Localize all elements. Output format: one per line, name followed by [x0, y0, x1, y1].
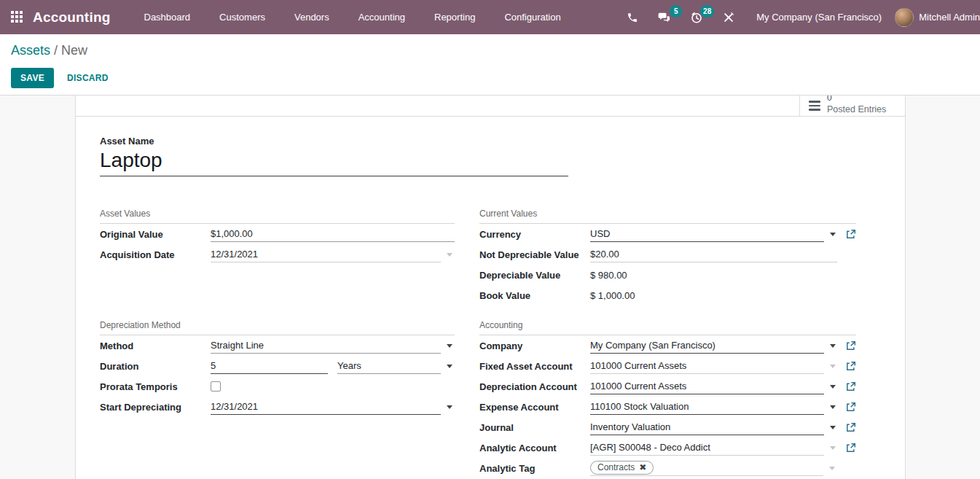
journal-label: Journal	[479, 422, 590, 433]
external-link-icon[interactable]	[845, 361, 856, 372]
analytic-tag-pill[interactable]: Contracts✖	[590, 461, 654, 475]
depreciation-account-label: Depreciation Account	[479, 381, 590, 392]
chevron-down-icon[interactable]	[829, 467, 835, 470]
group-current-values: Current Values Currency USD Not Deprecia…	[479, 209, 856, 305]
field-duration: Duration 5 Years	[100, 356, 455, 376]
field-not-depreciable-value: Not Depreciable Value $20.00	[479, 244, 856, 265]
chevron-down-icon[interactable]	[830, 344, 836, 348]
external-link-icon[interactable]	[845, 381, 856, 392]
save-button[interactable]: SAVE	[11, 68, 54, 88]
phone-icon[interactable]	[617, 0, 648, 34]
depreciation-account-select[interactable]: 101000 Current Assets	[590, 379, 824, 394]
field-acquisition-date: Acquisition Date 12/31/2021	[100, 244, 455, 265]
book-value-label: Book Value	[479, 290, 590, 301]
field-depreciation-account: Depreciation Account 101000 Current Asse…	[479, 376, 856, 397]
expense-account-select[interactable]: 110100 Stock Valuation	[590, 400, 824, 415]
external-link-icon[interactable]	[845, 422, 856, 433]
duration-input[interactable]: 5	[211, 359, 328, 374]
field-analytic-account: Analytic Account [AGR] S00048 - Deco Add…	[479, 437, 856, 458]
nav-item-configuration[interactable]: Configuration	[490, 0, 575, 34]
chevron-down-icon[interactable]	[447, 344, 452, 348]
external-link-icon[interactable]	[845, 402, 856, 413]
not-depreciable-input[interactable]: $20.00	[590, 247, 837, 262]
user-name: Mitchell Admin	[919, 12, 980, 23]
asset-name-input[interactable]: Laptop	[100, 149, 568, 176]
avatar	[895, 8, 914, 27]
external-link-icon[interactable]	[845, 229, 856, 240]
group-title: Depreciation Method	[100, 320, 455, 335]
external-link-icon[interactable]	[845, 340, 856, 351]
nav-item-vendors[interactable]: Vendors	[280, 0, 344, 34]
group-title: Current Values	[479, 209, 856, 224]
duration-unit-select[interactable]: Years	[337, 359, 441, 374]
chevron-down-icon[interactable]	[830, 405, 836, 409]
field-start-depreciating: Start Depreciating 12/31/2021	[100, 397, 455, 417]
expense-account-label: Expense Account	[479, 402, 590, 413]
journal-select[interactable]: Inventory Valuation	[590, 420, 824, 435]
nav-item-accounting[interactable]: Accounting	[344, 0, 420, 34]
group-depreciation-method: Depreciation Method Method Straight Line…	[100, 320, 455, 478]
analytic-tag-input[interactable]: Contracts✖	[590, 461, 823, 476]
analytic-account-select[interactable]: [AGR] S00048 - Deco Addict	[590, 440, 824, 456]
user-menu[interactable]: Mitchell Admin	[895, 8, 980, 27]
analytic-account-label: Analytic Account	[479, 443, 590, 453]
original-value-input[interactable]: $1,000.00	[211, 227, 455, 242]
app-name[interactable]: Accounting	[33, 9, 111, 26]
fixed-asset-account-label: Fixed Asset Account	[479, 361, 590, 372]
posted-entries-button[interactable]: 0 Posted Entries	[799, 96, 905, 117]
navbar-systray: 5 28 My Company (San Francisco) Mitchell…	[617, 0, 980, 34]
original-value-label: Original Value	[100, 229, 211, 240]
analytic-tag-label: Analytic Tag	[479, 463, 590, 474]
activities-clock-icon[interactable]: 28	[681, 0, 713, 34]
form-view: 0 Posted Entries Asset Name Laptop Asset…	[0, 96, 980, 479]
chevron-down-icon[interactable]	[447, 253, 452, 257]
field-prorata-temporis: Prorata Temporis	[100, 376, 455, 397]
main-menu: Dashboard Customers Vendors Accounting R…	[130, 0, 576, 34]
company-select[interactable]: My Company (San Francisco)	[590, 338, 824, 354]
currency-input[interactable]: USD	[590, 227, 824, 242]
breadcrumb-separator: /	[54, 43, 61, 58]
external-link-icon[interactable]	[845, 443, 856, 453]
prorata-checkbox[interactable]	[211, 381, 221, 392]
apps-grid-icon[interactable]	[11, 11, 24, 24]
book-value: $ 1,000.00	[590, 288, 837, 303]
discard-button[interactable]: DISCARD	[67, 73, 109, 83]
control-panel: Assets / New SAVE DISCARD	[0, 34, 980, 96]
chevron-down-icon[interactable]	[447, 405, 452, 409]
chevron-down-icon[interactable]	[830, 446, 836, 450]
messages-icon[interactable]: 5	[648, 0, 681, 34]
company-label: Company	[479, 340, 590, 351]
chevron-down-icon[interactable]	[830, 426, 836, 429]
chevron-down-icon[interactable]	[830, 385, 836, 389]
posted-entries-count: 0	[827, 96, 886, 104]
start-depreciating-label: Start Depreciating	[100, 402, 211, 413]
field-currency: Currency USD	[479, 224, 856, 244]
field-fixed-asset-account: Fixed Asset Account 101000 Current Asset…	[479, 356, 856, 376]
form-sheet: 0 Posted Entries Asset Name Laptop Asset…	[75, 96, 906, 479]
chevron-down-icon[interactable]	[830, 233, 836, 236]
nav-item-reporting[interactable]: Reporting	[420, 0, 490, 34]
company-switcher[interactable]: My Company (San Francisco)	[756, 12, 882, 23]
acquisition-date-input[interactable]: 12/31/2021	[211, 247, 441, 262]
start-depreciating-input[interactable]: 12/31/2021	[211, 400, 441, 415]
field-company: Company My Company (San Francisco)	[479, 335, 856, 356]
field-depreciable-value: Depreciable Value $ 980.00	[479, 265, 856, 285]
field-expense-account: Expense Account 110100 Stock Valuation	[479, 397, 856, 417]
method-label: Method	[100, 340, 211, 351]
list-icon	[809, 101, 820, 111]
nav-item-dashboard[interactable]: Dashboard	[130, 0, 205, 34]
group-title: Accounting	[479, 320, 856, 335]
nav-item-customers[interactable]: Customers	[205, 0, 280, 34]
chevron-down-icon[interactable]	[447, 365, 452, 368]
group-asset-values: Asset Values Original Value $1,000.00 Ac…	[100, 209, 455, 305]
tools-icon[interactable]	[713, 0, 745, 34]
remove-tag-icon[interactable]: ✖	[639, 463, 646, 472]
breadcrumb-assets[interactable]: Assets	[11, 43, 50, 58]
fixed-asset-account-select[interactable]: 101000 Current Assets	[590, 359, 824, 374]
top-navbar: Accounting Dashboard Customers Vendors A…	[0, 0, 980, 34]
chevron-down-icon[interactable]	[830, 365, 836, 368]
breadcrumb: Assets / New	[11, 43, 980, 58]
field-book-value: Book Value $ 1,000.00	[479, 285, 856, 305]
method-select[interactable]: Straight Line	[211, 338, 441, 354]
acquisition-date-label: Acquisition Date	[100, 249, 211, 260]
